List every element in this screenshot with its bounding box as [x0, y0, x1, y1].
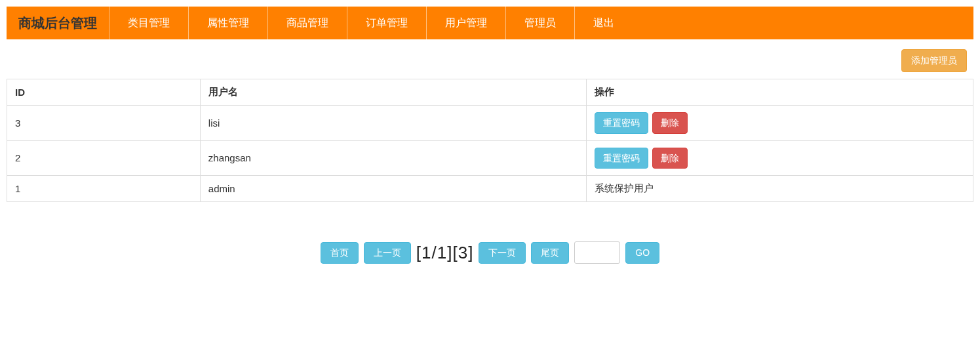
cell-id: 1: [7, 176, 201, 202]
page-info-text: [1/1][3]: [416, 243, 474, 263]
nav-item-user[interactable]: 用户管理: [427, 7, 506, 39]
nav-item-admin[interactable]: 管理员: [506, 7, 575, 39]
col-header-id: ID: [7, 79, 201, 105]
admin-table: ID 用户名 操作 3lisi重置密码删除2zhangsan重置密码删除1adm…: [7, 79, 973, 203]
top-navbar: 商城后台管理 类目管理 属性管理 商品管理 订单管理 用户管理 管理员 退出: [7, 7, 973, 39]
navbar-brand: 商城后台管理: [7, 7, 109, 39]
delete-button[interactable]: 删除: [652, 148, 688, 169]
cell-action: 重置密码删除: [587, 140, 973, 176]
reset-password-button[interactable]: 重置密码: [595, 148, 648, 169]
toolbar: 添加管理员: [0, 39, 980, 79]
pagination: 首页 上一页 [1/1][3] 下一页 尾页 GO: [0, 241, 980, 264]
page-go-button[interactable]: GO: [625, 242, 659, 264]
col-header-username: 用户名: [200, 79, 587, 105]
add-admin-button[interactable]: 添加管理员: [901, 49, 967, 72]
page-last-button[interactable]: 尾页: [531, 242, 569, 264]
reset-password-button[interactable]: 重置密码: [595, 112, 648, 134]
table-row: 3lisi重置密码删除: [7, 105, 973, 140]
page-first-button[interactable]: 首页: [321, 242, 359, 264]
nav-item-order[interactable]: 订单管理: [347, 7, 427, 39]
table-row: 2zhangsan重置密码删除: [7, 140, 973, 176]
cell-username: admin: [200, 176, 587, 202]
delete-button[interactable]: 删除: [652, 112, 688, 134]
cell-id: 3: [7, 105, 201, 140]
page-prev-button[interactable]: 上一页: [364, 242, 411, 264]
cell-username: zhangsan: [200, 140, 587, 176]
nav-item-product[interactable]: 商品管理: [268, 7, 347, 39]
col-header-action: 操作: [587, 79, 973, 105]
cell-id: 2: [7, 140, 201, 176]
protected-user-text: 系统保护用户: [595, 182, 654, 194]
nav-item-logout[interactable]: 退出: [575, 7, 633, 39]
page-next-button[interactable]: 下一页: [479, 242, 526, 264]
nav-item-attribute[interactable]: 属性管理: [189, 7, 268, 39]
nav-item-category[interactable]: 类目管理: [109, 7, 189, 39]
cell-action: 系统保护用户: [587, 176, 973, 202]
cell-action: 重置密码删除: [587, 105, 973, 140]
cell-username: lisi: [200, 105, 587, 140]
page-number-input[interactable]: [574, 241, 620, 264]
table-row: 1admin系统保护用户: [7, 176, 973, 202]
